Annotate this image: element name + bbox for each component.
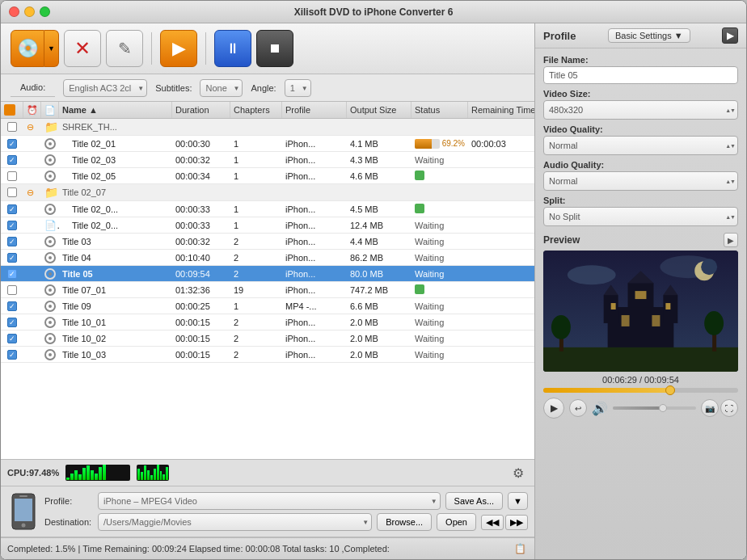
- row-check[interactable]: [1, 170, 23, 183]
- fullscreen-button[interactable]: ⛶: [720, 399, 738, 417]
- profile-select[interactable]: iPhone – MPEG4 Video: [98, 492, 441, 510]
- table-row[interactable]: Title 09 00:00:25 1 MP4 -... 6.6 MB Wait…: [1, 298, 534, 314]
- table-row[interactable]: Title 02_0... 00:00:33 1 iPhon... 4.5 MB: [1, 201, 534, 217]
- table-row[interactable]: Title 02_05 00:00:34 1 iPhon... 4.6 MB: [1, 168, 534, 184]
- row-name[interactable]: Title 10_02: [59, 332, 172, 345]
- play-button[interactable]: ▶: [543, 398, 564, 419]
- row-check[interactable]: [1, 284, 23, 297]
- row-check[interactable]: [1, 348, 23, 361]
- delete-button[interactable]: ✕: [64, 30, 101, 67]
- checkbox-icon[interactable]: [7, 301, 17, 311]
- split-select[interactable]: No Split: [543, 207, 738, 226]
- checkbox-icon[interactable]: [7, 139, 17, 149]
- row-check[interactable]: [1, 219, 23, 232]
- preview-progress-bar[interactable]: [543, 388, 738, 393]
- row-name[interactable]: SHREK_TH...: [59, 120, 172, 133]
- maximize-button[interactable]: [40, 6, 50, 17]
- table-row[interactable]: Title 02_01 00:00:30 1 iPhon... 4.1 MB 6…: [1, 136, 534, 152]
- checkbox-icon[interactable]: [7, 221, 17, 230]
- checkbox-icon[interactable]: [7, 334, 17, 343]
- audio-select[interactable]: English AC3 2cl: [63, 79, 147, 97]
- row-name[interactable]: Title 03: [59, 235, 172, 248]
- checkbox-icon[interactable]: [7, 155, 17, 165]
- table-row[interactable]: Title 10_01 00:00:15 2 iPhon... 2.0 MB W…: [1, 314, 534, 331]
- file-name-input[interactable]: [543, 66, 738, 84]
- row-check[interactable]: [1, 154, 23, 166]
- basic-settings-button[interactable]: Basic Settings ▼: [608, 28, 690, 43]
- close-button[interactable]: [9, 6, 19, 17]
- convert-button[interactable]: ▶: [160, 30, 197, 67]
- edit-button[interactable]: ✎: [106, 30, 143, 67]
- row-name[interactable]: Title 02_07: [59, 186, 172, 199]
- checkbox-icon[interactable]: [7, 187, 17, 197]
- snapshot-button[interactable]: 📷: [701, 399, 719, 417]
- pause-button[interactable]: ⏸: [214, 30, 251, 67]
- checkbox-icon[interactable]: [7, 318, 17, 327]
- row-check[interactable]: [1, 267, 23, 280]
- row-name[interactable]: Title 02_0...: [59, 219, 172, 232]
- table-row[interactable]: Title 10_03 00:00:15 2 iPhon... 2.0 MB W…: [1, 347, 534, 363]
- row-name[interactable]: Title 10_01: [59, 316, 172, 329]
- table-row[interactable]: ⊖ 📁 SHREK_TH...: [1, 119, 534, 136]
- row-name[interactable]: Title 09: [59, 300, 172, 313]
- row-name[interactable]: Title 02_0...: [59, 203, 172, 216]
- row-name[interactable]: Title 07_01: [59, 284, 172, 297]
- checkbox-icon[interactable]: [7, 285, 17, 295]
- settings-button[interactable]: ⚙: [509, 463, 528, 482]
- subtitles-select[interactable]: None: [200, 79, 243, 97]
- volume-slider[interactable]: [613, 406, 696, 410]
- table-row[interactable]: Title 07_01 01:32:36 19 iPhon... 747.2 M…: [1, 282, 534, 298]
- row-check[interactable]: [1, 251, 23, 264]
- row-check[interactable]: [1, 332, 23, 345]
- row-check[interactable]: [1, 235, 23, 248]
- expand-right-button[interactable]: ▶: [722, 27, 738, 44]
- stop-button[interactable]: ⏹: [256, 30, 293, 67]
- add-dropdown-button[interactable]: ▼: [44, 30, 59, 67]
- browse-button[interactable]: Browse...: [377, 513, 432, 531]
- header-checkbox-icon[interactable]: [4, 104, 15, 116]
- rewind-button[interactable]: ↩: [569, 399, 587, 417]
- header-name[interactable]: Name ▲: [59, 102, 172, 118]
- row-name[interactable]: Title 02_01: [59, 137, 172, 150]
- status-icon-button[interactable]: 📋: [512, 541, 528, 557]
- minimize-button[interactable]: [24, 6, 35, 17]
- row-name[interactable]: Title 04: [59, 251, 172, 264]
- row-check[interactable]: [1, 300, 23, 313]
- row-check[interactable]: [1, 203, 23, 216]
- row-name[interactable]: Title 02_03: [59, 154, 172, 166]
- checkbox-icon[interactable]: [7, 122, 17, 132]
- checkbox-icon[interactable]: [7, 350, 17, 360]
- checkbox-icon[interactable]: [7, 204, 17, 214]
- table-row[interactable]: Title 04 00:10:40 2 iPhon... 86.2 MB Wai…: [1, 250, 534, 266]
- row-check[interactable]: [1, 186, 23, 199]
- table-row[interactable]: Title 05 00:09:54 2 iPhon... 80.0 MB Wai…: [1, 266, 534, 282]
- audio-quality-select[interactable]: Normal: [543, 171, 738, 191]
- table-row[interactable]: Title 10_02 00:00:15 2 iPhon... 2.0 MB W…: [1, 331, 534, 347]
- row-check[interactable]: [1, 120, 23, 133]
- file-list-container[interactable]: ⏰ 📄 Name ▲ Duration Chapters Profile Out…: [1, 102, 534, 459]
- prev-button[interactable]: ◀◀: [481, 515, 504, 530]
- row-name[interactable]: Title 02_05: [59, 170, 172, 183]
- open-button[interactable]: Open: [437, 513, 476, 531]
- checkbox-icon[interactable]: [7, 253, 17, 263]
- checkbox-icon[interactable]: [7, 237, 17, 246]
- row-name[interactable]: Title 05: [59, 267, 172, 280]
- row-check[interactable]: [1, 316, 23, 329]
- angle-select[interactable]: 1: [285, 79, 311, 97]
- table-row[interactable]: 📄 Title 02_0... 00:00:33 1 iPhon... 12.4…: [1, 217, 534, 234]
- table-row[interactable]: Title 02_03 00:00:32 1 iPhon... 4.3 MB W…: [1, 152, 534, 168]
- preview-expand-button[interactable]: ▶: [724, 233, 738, 247]
- table-row[interactable]: Title 03 00:00:32 2 iPhon... 4.4 MB Wait…: [1, 234, 534, 250]
- row-name[interactable]: Title 10_03: [59, 348, 172, 361]
- checkbox-icon[interactable]: [7, 171, 17, 181]
- next-button[interactable]: ▶▶: [505, 515, 528, 530]
- save-as-button[interactable]: Save As...: [445, 492, 504, 510]
- video-quality-select[interactable]: Normal: [543, 136, 738, 155]
- video-size-select[interactable]: 480x320: [543, 100, 738, 120]
- save-as-dropdown-button[interactable]: ▼: [508, 492, 528, 510]
- row-check[interactable]: [1, 137, 23, 150]
- preview-progress-thumb[interactable]: [665, 385, 675, 395]
- table-row[interactable]: ⊖ 📁 Title 02_07: [1, 184, 534, 201]
- destination-select[interactable]: /Users/Maggie/Movies: [98, 513, 372, 531]
- checkbox-icon[interactable]: [7, 269, 17, 279]
